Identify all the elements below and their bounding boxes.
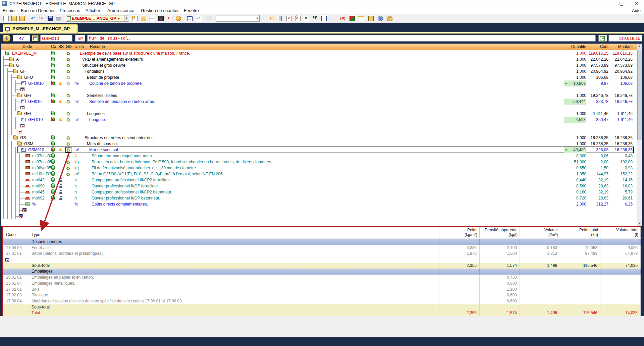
recycle-green-icon[interactable] xyxy=(66,63,71,68)
spreadsheet-check-icon[interactable] xyxy=(598,35,607,42)
budget-icon[interactable] xyxy=(5,51,9,55)
tab-job[interactable]: EXEMPLE_M...FRANCE_GP xyxy=(3,24,78,34)
chart-view-icon[interactable] xyxy=(195,15,202,22)
scroll-euro-icon[interactable] xyxy=(51,147,55,152)
folder-icon[interactable] xyxy=(9,58,14,61)
tree-row-GS[interactable]: GSStructures enterrées et semi-enterrées… xyxy=(1,135,637,141)
tree-row-GFO010[interactable]: GFO010m²Couche de béton de propreté.10,8… xyxy=(1,80,637,86)
addbox-icon[interactable] xyxy=(20,106,24,109)
bricks-icon[interactable] xyxy=(25,166,30,169)
scroll-icon[interactable] xyxy=(51,189,55,194)
folder-icon[interactable] xyxy=(17,142,22,146)
tree-row-mo043[interactable]: mo043hCompagnon professionnel III/CP2 fe… xyxy=(1,177,637,183)
recycle-green-icon[interactable] xyxy=(66,111,71,116)
scroll-icon[interactable] xyxy=(51,111,55,115)
col-ca[interactable]: Ca xyxy=(51,44,56,50)
scroll-up-icon[interactable]: ▲ xyxy=(637,44,642,49)
euro-icon[interactable]: € xyxy=(3,35,10,42)
person-icon[interactable] xyxy=(59,196,63,200)
save-icon[interactable] xyxy=(47,15,54,22)
box-icon[interactable] xyxy=(21,81,26,85)
tree-view-icon[interactable] xyxy=(186,15,193,22)
addbox-icon[interactable] xyxy=(19,214,23,218)
tree-row-GFI[interactable]: GFISemelles isolées1,00019.246,7819.246,… xyxy=(1,93,637,99)
certification-edit-icon[interactable]: ✓ xyxy=(294,15,301,22)
coins-icon[interactable] xyxy=(386,15,393,22)
helmet-icon[interactable] xyxy=(25,191,30,193)
menu-fenetre[interactable]: Fenêtre xyxy=(184,8,199,13)
database-icon[interactable] xyxy=(140,15,147,22)
panel-row-150101[interactable]: 15 01 01Emballages en papier et en carto… xyxy=(3,275,641,281)
row-number-field[interactable] xyxy=(13,35,30,42)
scroll-icon[interactable] xyxy=(51,153,55,158)
tree-row[interactable] xyxy=(1,105,637,111)
bricks-icon[interactable] xyxy=(25,160,30,163)
scrollbar-thumb[interactable] xyxy=(637,50,642,140)
folder-icon[interactable] xyxy=(17,76,22,79)
menu-processus[interactable]: Processus xyxy=(60,8,80,13)
scroll-euro-icon[interactable] xyxy=(51,117,55,121)
tree-row-EXEMPLE_M[interactable]: EXEMPLE_MExemple de devis basé sur la st… xyxy=(1,50,637,56)
person-icon[interactable] xyxy=(59,178,63,182)
price-doc-icon[interactable]: € xyxy=(166,15,173,22)
panel-row-170405[interactable]: 17 04 05Fer et acier.0,3852,1000,18319,0… xyxy=(3,245,641,251)
budget-window-icon[interactable]: € xyxy=(268,15,275,22)
tree-row-%[interactable]: %%Coûts directs complémentaires.2,000312… xyxy=(1,201,637,207)
recycle-green-icon[interactable] xyxy=(66,117,71,122)
col-cout[interactable]: Coût xyxy=(588,44,608,50)
recycle-green-icon[interactable] xyxy=(66,51,71,56)
pda-icon[interactable] xyxy=(277,15,284,22)
panel-row-total[interactable]: Total2,3551,5741,496116,54674,035 xyxy=(3,310,641,316)
tree-row-GSM010[interactable]: GSM010m³Mur de sous-sol.49,489328,0816.2… xyxy=(1,147,637,153)
vertical-scrollbar[interactable]: ▲ ▼ xyxy=(637,44,642,226)
tree-row[interactable] xyxy=(1,213,637,219)
scroll-icon[interactable] xyxy=(51,177,55,182)
maximize-button[interactable]: ▢ xyxy=(614,0,629,7)
scroll-icon[interactable] xyxy=(51,75,55,79)
addbox-icon[interactable] xyxy=(22,208,26,212)
scroll-icon[interactable] xyxy=(51,171,55,176)
recycle-green-icon[interactable] xyxy=(66,57,71,62)
person-icon[interactable] xyxy=(59,184,63,188)
print-icon[interactable] xyxy=(55,15,62,22)
total-field[interactable] xyxy=(608,35,642,42)
tree-row-mt08var050[interactable]: mt08var050kgFil de fer galvanisé pour at… xyxy=(1,165,637,171)
col-quantite[interactable]: Quantité xyxy=(531,44,586,50)
folder-icon[interactable] xyxy=(17,112,22,115)
tree-row[interactable] xyxy=(1,129,637,135)
menu-gestion-de-chantier[interactable]: Gestion de chantier xyxy=(141,8,179,13)
recycle-green-icon[interactable] xyxy=(66,141,71,146)
bar-chart-icon[interactable] xyxy=(312,15,319,22)
minimize-button[interactable]: — xyxy=(599,0,614,7)
checklist-icon[interactable]: ✓ xyxy=(286,15,292,22)
scroll-icon[interactable] xyxy=(51,63,55,67)
scroll-icon[interactable] xyxy=(51,135,55,139)
table-icon[interactable] xyxy=(368,15,374,22)
cone-icon[interactable] xyxy=(59,148,62,151)
scroll-down-icon[interactable]: ▼ xyxy=(637,221,642,226)
bricks-icon[interactable] xyxy=(25,154,30,157)
price-list-icon[interactable]: ¢ xyxy=(303,15,310,22)
variables-icon[interactable]: {P} xyxy=(339,15,346,22)
new-file-icon[interactable] xyxy=(3,15,9,22)
tree-row-GSM[interactable]: GSMMurs de sous-sol1,00016.236,3516.236,… xyxy=(1,141,637,147)
tree-row-GFI010[interactable]: GFI010m³Semelle de fondation en béton ar… xyxy=(1,99,637,105)
tree-row-mt10haf030f[interactable]: mt10haf030fm³Béton C25/30 (XC1(F); D10; … xyxy=(1,171,637,177)
col-code[interactable]: Code xyxy=(22,44,32,50)
settings-gear-icon[interactable] xyxy=(377,15,384,22)
recycle-green-icon[interactable] xyxy=(66,135,71,140)
addbox-icon[interactable] xyxy=(20,88,24,91)
tree-row-G[interactable]: GStructure et gros oeuvre1,00097.573,899… xyxy=(1,62,637,68)
tree-row[interactable] xyxy=(1,86,637,93)
tree-row[interactable] xyxy=(1,207,637,213)
person-icon[interactable] xyxy=(59,190,63,194)
close-button[interactable]: ✕ xyxy=(629,0,644,7)
folder-icon[interactable] xyxy=(17,94,22,97)
folder-icon[interactable] xyxy=(13,136,18,139)
recycle-green-icon[interactable] xyxy=(66,160,71,164)
addchapter-icon[interactable] xyxy=(17,130,22,133)
summary-field[interactable] xyxy=(87,35,596,42)
unit-field[interactable] xyxy=(75,35,85,42)
job-management-icon[interactable] xyxy=(19,15,25,22)
panel-row-dchetsgnrs[interactable]: Déchets générés xyxy=(3,239,641,245)
